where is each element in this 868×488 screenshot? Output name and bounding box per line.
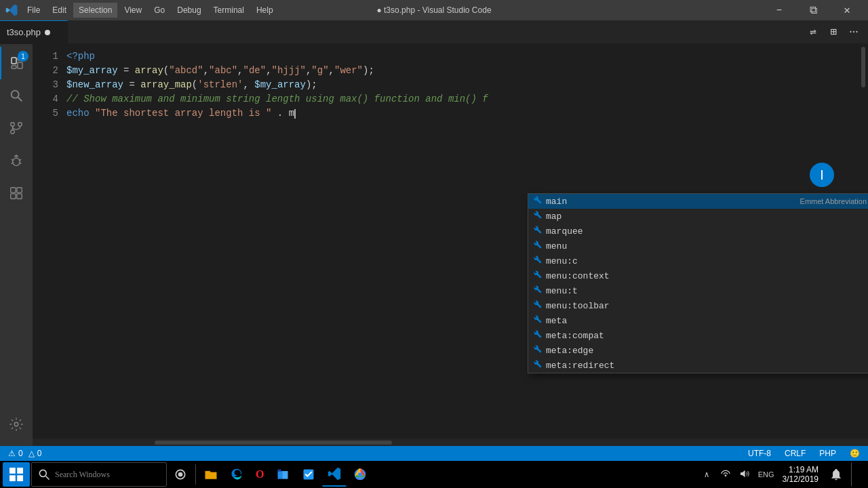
title-bar-left: File Edit Selection View Go Debug Termin… [5, 3, 279, 18]
status-feedback[interactable]: 🙂 [847, 446, 863, 461]
svg-point-10 [13, 158, 20, 165]
menu-view[interactable]: View [119, 3, 147, 18]
menu-terminal[interactable]: Terminal [208, 3, 250, 18]
line-number-2: 2 [33, 64, 58, 78]
ac-label-main: main [546, 197, 567, 207]
tab-t3so[interactable]: t3so.php [0, 20, 68, 43]
taskbar-chrome[interactable] [348, 462, 372, 487]
taskbar-volume-icon[interactable] [736, 468, 753, 481]
ac-item-menutoolbar[interactable]: menu:toolbar [528, 298, 868, 313]
start-button[interactable] [3, 462, 30, 487]
remote-button[interactable]: ⇌ [804, 23, 822, 41]
tab-actions: ⇌ ⊞ ··· [799, 20, 868, 43]
ac-item-metaedge[interactable]: meta:edge [528, 343, 868, 358]
svg-rect-16 [11, 188, 16, 192]
taskbar-explorer[interactable] [271, 462, 295, 487]
scroll-thumb [861, 47, 865, 87]
activity-explorer[interactable]: 1 [0, 47, 33, 79]
ac-label-meta: meta [546, 316, 868, 326]
taskbar-cortana[interactable] [168, 462, 193, 487]
show-desktop-button[interactable] [851, 462, 863, 487]
ac-item-menu[interactable]: menu [528, 239, 868, 253]
ac-item-menut[interactable]: menu:t [528, 283, 868, 298]
activity-extensions[interactable] [0, 177, 33, 209]
ac-item-menucontext[interactable]: menu:context [528, 268, 868, 283]
ac-item-map[interactable]: map [528, 209, 868, 224]
activity-source-control[interactable] [0, 112, 33, 144]
taskbar-clock[interactable]: 1:19 AM 3/12/2019 [780, 465, 821, 484]
svg-rect-21 [9, 468, 16, 474]
ac-label-map: map [546, 211, 868, 222]
h-scroll-thumb [155, 441, 392, 445]
warning-icon: △ [28, 449, 35, 458]
status-encoding[interactable]: UTF-8 [745, 446, 774, 461]
taskbar-opera[interactable]: O [250, 462, 269, 487]
svg-rect-29 [278, 471, 283, 479]
horizontal-scrollbar[interactable] [33, 438, 868, 446]
svg-line-5 [18, 98, 22, 102]
svg-rect-19 [17, 194, 22, 199]
taskbar-edge[interactable] [224, 462, 249, 487]
menu-file[interactable]: File [22, 3, 45, 18]
svg-rect-24 [17, 475, 23, 481]
explorer-badge: 1 [18, 51, 28, 62]
status-line-ending[interactable]: CRLF [782, 446, 808, 461]
ac-icon-metaedge [534, 345, 542, 356]
activity-search[interactable] [0, 79, 33, 112]
ac-icon-metaredirect [534, 360, 542, 371]
ac-item-metaredirect[interactable]: meta:redirect [528, 358, 868, 373]
menu-selection[interactable]: Selection [73, 3, 117, 18]
code-line-2: $my_array = array("abcd","abc","de","hjj… [66, 64, 857, 78]
svg-rect-3 [12, 66, 16, 68]
ac-label-menut: menu:t [546, 286, 868, 296]
line-ending-label: CRLF [785, 449, 806, 458]
code-editor[interactable]: 1 2 3 4 5 <?php $my_array = array("abcd"… [33, 44, 868, 446]
autocomplete-dropdown[interactable]: main Emmet Abbreviation ℹ map marquee me… [528, 193, 868, 373]
ac-icon-map [534, 211, 542, 222]
close-button[interactable]: ✕ [831, 0, 863, 20]
taskbar-network-icon[interactable] [717, 468, 734, 481]
ac-item-metacompat[interactable]: meta:compat [528, 328, 868, 343]
ac-icon-menu [534, 241, 542, 251]
menu-debug[interactable]: Debug [172, 3, 206, 18]
main-area: 1 [0, 44, 868, 446]
svg-rect-18 [11, 194, 16, 199]
svg-point-4 [12, 91, 19, 98]
activity-debug[interactable] [0, 144, 33, 177]
menu-edit[interactable]: Edit [47, 3, 72, 18]
ac-item-menuc[interactable]: menu:c [528, 253, 868, 268]
ac-item-main[interactable]: main Emmet Abbreviation ℹ [528, 194, 868, 209]
ac-item-marquee[interactable]: marquee [528, 224, 868, 239]
taskbar-search[interactable]: Search Windows [31, 462, 167, 487]
status-errors[interactable]: ⚠ 0 △ 0 [5, 446, 44, 461]
svg-rect-30 [283, 471, 288, 479]
title-bar-right: – ⧉ ✕ [764, 0, 863, 20]
taskbar-filemanager[interactable] [199, 462, 223, 487]
svg-point-36 [359, 472, 363, 476]
taskbar-vscode-active[interactable] [322, 462, 347, 487]
activity-settings[interactable] [0, 408, 33, 441]
svg-rect-22 [17, 468, 23, 474]
svg-point-25 [39, 470, 46, 476]
ac-item-meta[interactable]: meta [528, 313, 868, 328]
encoding-label: UTF-8 [748, 449, 771, 458]
ac-icon-meta [534, 315, 542, 326]
taskbar-todo[interactable] [296, 462, 321, 487]
status-language[interactable]: PHP [816, 446, 839, 461]
notification-icon[interactable] [824, 462, 848, 487]
menu-help[interactable]: Help [251, 3, 279, 18]
taskbar-divider [195, 464, 196, 485]
vscode-logo [5, 4, 18, 16]
more-actions-button[interactable]: ··· [845, 23, 863, 41]
error-icon: ⚠ [8, 449, 16, 458]
minimize-button[interactable]: – [764, 0, 795, 20]
taskbar-ime-icon[interactable]: ENG [755, 470, 777, 479]
menu-go[interactable]: Go [149, 3, 170, 18]
ac-icon-marquee [534, 226, 542, 237]
code-line-5: echo "The shortest array length is " . m [66, 106, 857, 121]
error-count: 0 [18, 449, 23, 458]
maximize-button[interactable]: ⧉ [797, 0, 829, 20]
status-bar: ⚠ 0 △ 0 UTF-8 CRLF PHP 🙂 [0, 446, 868, 461]
split-editor-button[interactable]: ⊞ [825, 23, 842, 41]
taskbar-show-hidden[interactable]: ∧ [699, 462, 715, 487]
